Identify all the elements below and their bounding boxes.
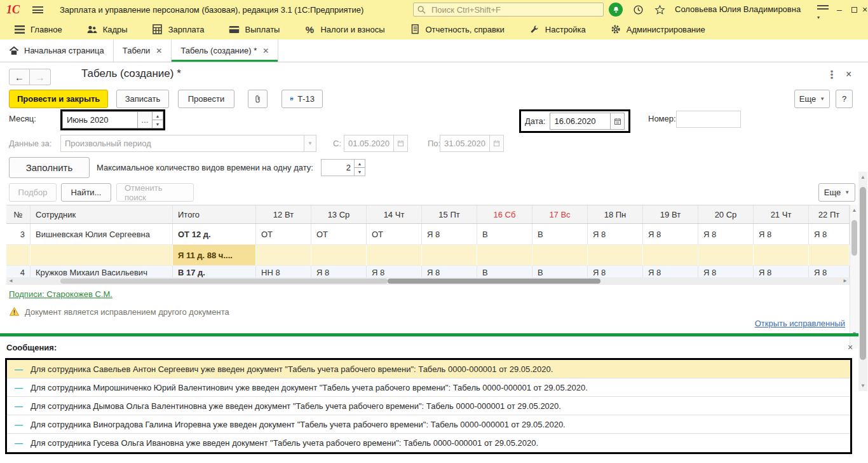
scroll-down-icon[interactable]: ▼ [858,383,867,389]
menu-item-zarplata[interactable]: Зарплата [152,24,205,35]
max-kinds-stepper[interactable]: 2 ▲▼ [321,159,365,176]
day-cell[interactable] [367,245,422,265]
table-more-button[interactable]: Еще▼ [818,183,855,202]
scroll-up-icon[interactable]: ▲ [850,207,858,213]
form-menu-dots-button[interactable]: ••• [828,70,836,79]
column-header[interactable]: 16 Сб [477,205,532,223]
day-cell[interactable] [809,245,850,265]
menu-item-nalogi[interactable]: %Налоги и взносы [304,24,384,35]
dropdown-arrow-icon[interactable]: ▼ [304,135,316,151]
scroll-right-icon[interactable]: ► [843,278,848,284]
employee-cell[interactable] [31,245,173,265]
column-header[interactable]: 18 Пн [588,205,643,223]
favorites-star-button[interactable] [652,2,667,17]
message-row[interactable]: —Для сотрудника Виноградова Галина Игоре… [7,415,850,434]
history-button[interactable] [630,2,646,17]
attachments-button[interactable] [248,90,268,108]
row-number-cell[interactable]: 3 [6,224,31,244]
day-cell[interactable] [422,245,477,265]
day-cell[interactable]: В [532,224,588,244]
toolbar-more-button[interactable]: Еще▼ [794,90,830,108]
print-t13-button[interactable]: Т-13 [281,90,323,108]
back-button[interactable]: ← [9,69,30,85]
day-cell[interactable] [256,245,311,265]
day-cell[interactable] [477,245,532,265]
form-vertical-scrollbar[interactable]: ▲ ▼ [858,172,867,391]
menu-item-main[interactable]: Главное [14,24,62,35]
tab-close-icon[interactable]: ✕ [156,46,162,55]
month-input[interactable]: Июнь 2020 [62,111,137,128]
open-corrected-link[interactable]: Открыть исправленный [755,319,845,328]
total-cell[interactable]: Я 11 д. 88 ч.... [173,245,256,265]
day-cell[interactable]: ОТ [256,224,311,244]
find-button[interactable]: Найти... [61,183,111,202]
column-header[interactable]: 20 Ср [698,205,754,223]
forward-button[interactable]: → [30,69,51,85]
table-row[interactable]: 3Вишневская Юлия СергеевнаОТ 12 д.ОТОТОТ… [6,224,850,245]
menu-item-nastrojka[interactable]: Настройка [529,24,586,35]
help-button[interactable]: ? [836,90,853,108]
spin-down-icon[interactable]: ▼ [355,168,365,176]
date-input[interactable]: 16.06.2020 [550,113,625,130]
write-button[interactable]: Записать [116,90,169,108]
column-header[interactable]: 13 Ср [311,205,367,223]
notification-bell-button[interactable] [609,3,623,17]
column-header[interactable]: № [6,205,31,223]
pick-button[interactable]: Подбор [9,183,57,202]
day-cell[interactable]: Я 8 [809,224,850,244]
message-row[interactable]: —Для сотрудника Дымова Ольга Валентиновн… [7,397,850,415]
column-header[interactable]: 21 Чт [754,205,809,223]
day-cell[interactable]: ОТ [311,224,367,244]
total-cell[interactable]: ОТ 12 д. [173,224,256,244]
day-cell[interactable]: Я 8 [588,224,643,244]
scroll-up-icon[interactable]: ▲ [858,174,867,180]
spin-down-icon[interactable]: ▼ [153,120,163,128]
post-and-close-button[interactable]: Провести и закрыть [9,90,108,108]
column-header[interactable]: Итого [173,205,256,223]
employee-cell[interactable]: Вишневская Юлия Сергеевна [31,224,173,244]
column-header[interactable]: 14 Чт [367,205,422,223]
day-cell[interactable]: В [477,224,532,244]
hamburger-menu-icon[interactable] [32,6,43,13]
column-header[interactable]: Сотрудник [31,205,173,223]
table-row[interactable]: Я 11 д. 88 ч.... [6,245,850,266]
fill-button[interactable]: Заполнить [9,157,90,178]
day-cell[interactable] [311,245,367,265]
day-cell[interactable]: Я 8 [754,224,809,244]
calendar-icon[interactable] [393,135,407,151]
column-header[interactable]: 19 Вт [643,205,698,223]
day-cell[interactable] [588,245,643,265]
form-close-button[interactable]: × [846,69,851,80]
message-row[interactable]: —Для сотрудника Гусева Ольга Ивановна уж… [7,434,850,452]
column-header[interactable]: 17 Вс [532,205,588,223]
from-date-input[interactable]: 01.05.2020 [344,135,408,152]
calendar-icon[interactable] [489,135,503,151]
table-horizontal-scrollbar[interactable]: ◄ ► [6,277,850,285]
close-window-button[interactable]: × [857,0,868,19]
spin-up-icon[interactable]: ▲ [355,160,365,168]
service-menu-button[interactable]: ▾ [817,5,829,14]
row-number-cell[interactable] [6,245,31,265]
post-button[interactable]: Провести [178,90,234,108]
data-for-select[interactable]: Произвольный период ▼ [60,135,316,152]
message-row[interactable]: —Для сотрудника Мирошниченко Юрий Валент… [7,378,850,397]
day-cell[interactable]: Я 8 [643,224,698,244]
month-picker-button[interactable]: ... [137,111,152,128]
day-cell[interactable] [643,245,698,265]
tab-tabel-new[interactable]: Табель (создание) *✕ [172,39,278,62]
table-vertical-scrollbar[interactable]: ▲ ▼ [850,205,858,349]
to-date-input[interactable]: 31.05.2020 [440,135,504,152]
global-search-input[interactable]: Поиск Ctrl+Shift+F [413,3,604,17]
day-cell[interactable] [532,245,588,265]
column-header[interactable]: 22 Пт [809,205,850,223]
day-cell[interactable] [754,245,809,265]
menu-item-administrirovanie[interactable]: Администрирование [610,24,705,35]
column-header[interactable]: 15 Пт [422,205,477,223]
column-header[interactable]: 12 Вт [256,205,311,223]
day-cell[interactable]: Я 8 [422,224,477,244]
number-input[interactable] [676,111,741,128]
menu-item-vyplaty[interactable]: Выплаты [229,24,280,35]
calendar-icon[interactable] [610,113,624,129]
scroll-left-icon[interactable]: ◄ [8,278,13,284]
menu-item-otchetnost[interactable]: Отчетность, справки [409,24,505,35]
